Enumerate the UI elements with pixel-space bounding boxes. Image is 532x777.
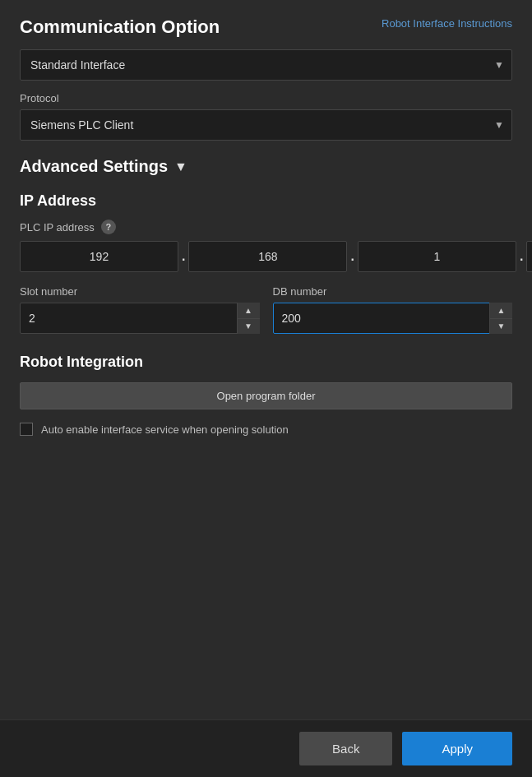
db-decrement-button[interactable]: ▼	[490, 319, 512, 335]
slot-increment-button[interactable]: ▲	[238, 303, 260, 319]
slot-number-spinner: ▲ ▼	[20, 303, 260, 334]
slot-number-group: Slot number ▲ ▼	[20, 285, 260, 334]
protocol-dropdown[interactable]: Siemens PLC Client Allen-Bradley PLC Cli…	[20, 109, 512, 141]
ip-address-heading: IP Address	[20, 192, 512, 210]
robot-integration-heading: Robot Integration	[20, 354, 512, 371]
header-row: Communication Option Robot Interface Ins…	[20, 16, 512, 38]
protocol-label: Protocol	[20, 92, 512, 104]
db-number-group: DB number ▲ ▼	[273, 285, 513, 334]
back-button[interactable]: Back	[299, 732, 392, 765]
auto-enable-checkbox[interactable]	[20, 423, 33, 436]
slot-db-row: Slot number ▲ ▼ DB number ▲ ▼	[20, 285, 512, 334]
ip-octet-4[interactable]	[526, 241, 532, 272]
ip-octet-3[interactable]	[358, 241, 516, 272]
db-number-input[interactable]	[273, 303, 513, 334]
footer: Back Apply	[0, 719, 532, 777]
interface-dropdown-wrapper: Standard Interface EtherNet/IP Adapter P…	[20, 49, 512, 81]
ip-dot-3: .	[516, 249, 526, 264]
ip-dot-2: .	[347, 249, 357, 264]
auto-enable-row: Auto enable interface service when openi…	[20, 423, 512, 436]
slot-spinner-buttons: ▲ ▼	[237, 303, 260, 334]
ip-fields-row: . . .	[20, 241, 512, 272]
ip-dot-1: .	[178, 249, 188, 264]
advanced-settings-toggle[interactable]: Advanced Settings ▼	[20, 157, 512, 176]
plc-ip-label: PLC IP address	[20, 221, 95, 234]
apply-button[interactable]: Apply	[402, 732, 512, 765]
help-icon[interactable]: ?	[101, 220, 116, 234]
open-program-folder-button[interactable]: Open program folder	[20, 382, 512, 409]
db-number-label: DB number	[273, 285, 513, 298]
slot-number-input[interactable]	[20, 303, 260, 334]
page-container: Communication Option Robot Interface Ins…	[0, 0, 532, 777]
advanced-settings-chevron-icon: ▼	[174, 160, 187, 174]
ip-octet-2[interactable]	[188, 241, 347, 272]
db-increment-button[interactable]: ▲	[490, 303, 512, 319]
db-spinner-buttons: ▲ ▼	[489, 303, 512, 334]
ip-octet-1[interactable]	[20, 241, 178, 272]
ip-label-row: PLC IP address ?	[20, 220, 512, 234]
slot-decrement-button[interactable]: ▼	[238, 319, 260, 335]
slot-number-label: Slot number	[20, 285, 260, 298]
protocol-dropdown-wrapper: Siemens PLC Client Allen-Bradley PLC Cli…	[20, 109, 512, 141]
page-title: Communication Option	[20, 16, 220, 38]
robot-interface-instructions-link[interactable]: Robot Interface Instructions	[382, 16, 512, 31]
advanced-settings-label: Advanced Settings	[20, 157, 168, 176]
db-number-spinner: ▲ ▼	[273, 303, 513, 334]
auto-enable-label: Auto enable interface service when openi…	[41, 423, 289, 436]
interface-dropdown[interactable]: Standard Interface EtherNet/IP Adapter P…	[20, 49, 512, 81]
